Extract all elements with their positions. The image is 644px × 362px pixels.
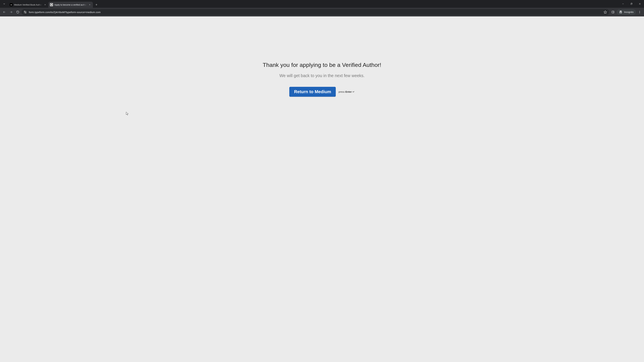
svg-rect-17 [612, 11, 614, 13]
close-icon [639, 3, 641, 5]
window-controls [619, 0, 644, 8]
address-bar[interactable]: form.typeform.com/to/Zj4rXboM?typeform-s… [22, 9, 609, 15]
tab-title: Medium Verified Book Author [14, 3, 42, 6]
svg-point-21 [640, 13, 640, 13]
svg-point-20 [640, 12, 640, 12]
maximize-icon [630, 3, 632, 5]
maximize-button[interactable] [627, 0, 636, 8]
browser-window: •• Medium Verified Book Author Apply to … [0, 0, 644, 362]
page-subheading: We will get back to you in the next few … [280, 73, 364, 78]
site-settings-button[interactable] [23, 10, 27, 14]
bookmark-button[interactable] [603, 10, 608, 14]
close-tab-button[interactable] [44, 3, 46, 6]
enter-glyph-icon: ↵ [352, 90, 355, 93]
page-viewport: Thank you for applying to be a Verified … [0, 16, 644, 362]
chevron-down-icon [3, 2, 6, 5]
arrow-right-icon [10, 10, 12, 13]
close-window-button[interactable] [636, 0, 644, 8]
svg-point-19 [640, 11, 640, 11]
browser-menu-button[interactable] [636, 9, 643, 15]
svg-point-13 [24, 11, 25, 12]
side-panel-icon [612, 10, 614, 13]
hint-prefix: press [338, 90, 345, 93]
minimize-icon [622, 3, 624, 5]
new-tab-button[interactable] [94, 2, 99, 7]
reload-icon [16, 10, 19, 13]
incognito-indicator[interactable]: Incognito [617, 9, 636, 15]
thank-you-screen: Thank you for applying to be a Verified … [0, 16, 644, 362]
url-text: form.typeform.com/to/Zj4rXboM?typeform-s… [29, 11, 601, 13]
side-panel-button[interactable] [610, 9, 616, 15]
tab-apply-verified-author[interactable]: Apply to become a verified author [48, 2, 93, 8]
incognito-label: Incognito [624, 11, 634, 13]
tab-medium-verified[interactable]: •• Medium Verified Book Author [8, 2, 48, 8]
forward-button[interactable] [8, 9, 14, 15]
svg-rect-7 [631, 3, 632, 4]
tune-icon [23, 10, 27, 14]
close-icon [89, 4, 90, 5]
svg-marker-16 [604, 11, 607, 13]
close-tab-button[interactable] [88, 3, 91, 6]
return-to-medium-button[interactable]: Return to Medium [289, 87, 336, 97]
svg-point-15 [25, 12, 26, 13]
cta-row: Return to Medium press Enter↵ [289, 87, 354, 97]
plus-icon [95, 3, 98, 6]
hint-key: Enter [345, 90, 352, 93]
page-heading: Thank you for applying to be a Verified … [263, 62, 381, 68]
typeform-favicon-icon [50, 3, 53, 6]
minimize-button[interactable] [619, 0, 627, 8]
medium-favicon-icon: •• [10, 3, 13, 6]
arrow-left-icon [3, 10, 6, 13]
tab-search-button[interactable] [1, 1, 7, 7]
tab-strip: •• Medium Verified Book Author Apply to … [0, 0, 644, 8]
reload-button[interactable] [15, 9, 21, 15]
tab-title: Apply to become a verified author [54, 3, 87, 6]
back-button[interactable] [1, 9, 8, 15]
toolbar: form.typeform.com/to/Zj4rXboM?typeform-s… [0, 8, 644, 16]
star-icon [604, 10, 607, 14]
close-icon [44, 4, 46, 5]
incognito-icon [619, 10, 622, 14]
keyboard-hint: press Enter↵ [338, 90, 354, 93]
kebab-icon [638, 10, 641, 13]
